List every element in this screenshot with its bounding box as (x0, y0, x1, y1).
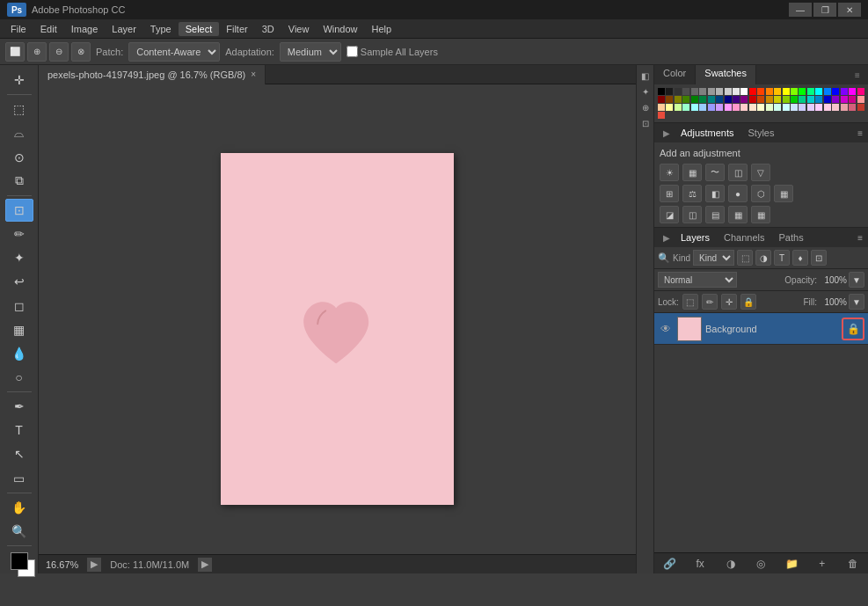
eraser-tool[interactable]: ◻ (5, 294, 33, 317)
swatch-cell[interactable] (799, 88, 806, 95)
swatch-cell[interactable] (849, 88, 856, 95)
patch-sub-btn[interactable]: ⊖ (49, 42, 69, 62)
swatch-cell[interactable] (733, 96, 740, 103)
swatch-cell[interactable] (675, 96, 682, 103)
swatch-cell[interactable] (774, 96, 781, 103)
menu-help[interactable]: Help (365, 22, 399, 36)
swatch-cell[interactable] (708, 104, 715, 111)
layer-filter-smart-btn[interactable]: ⊡ (811, 250, 827, 266)
swatch-cell[interactable] (832, 96, 839, 103)
adj-invert-icon[interactable]: ◪ (660, 206, 679, 223)
swatch-cell[interactable] (857, 104, 864, 111)
swatch-cell[interactable] (766, 88, 773, 95)
lock-all-btn[interactable]: 🔒 (740, 294, 756, 310)
new-layer-btn[interactable]: + (813, 556, 832, 572)
swatch-cell[interactable] (733, 88, 740, 95)
adj-panel-menu-btn[interactable]: ≡ (857, 128, 863, 138)
swatch-cell[interactable] (766, 104, 773, 111)
adjustments-tab[interactable]: Adjustments (674, 125, 741, 141)
layer-filter-shape-btn[interactable]: ♦ (792, 250, 808, 266)
layers-kind-select[interactable]: Kind (693, 250, 734, 266)
adj-vibrance-icon[interactable]: ▽ (751, 164, 770, 181)
sample-all-layers-checkbox[interactable] (346, 46, 358, 57)
pen-tool[interactable]: ✒ (5, 395, 33, 418)
maximize-button[interactable]: ❐ (813, 3, 836, 17)
canvas-tab-close[interactable]: × (251, 69, 256, 79)
menu-image[interactable]: Image (64, 22, 106, 36)
swatch-cell[interactable] (699, 104, 706, 111)
swatch-cell[interactable] (699, 96, 706, 103)
swatch-cell[interactable] (815, 96, 822, 103)
swatch-cell[interactable] (716, 88, 723, 95)
move-tool[interactable]: ✛ (5, 69, 33, 91)
swatch-cell[interactable] (807, 88, 814, 95)
gradient-tool[interactable]: ▦ (5, 318, 33, 341)
layer-filter-adj-btn[interactable]: ◑ (755, 250, 771, 266)
swatch-cell[interactable] (682, 104, 689, 111)
add-mask-btn[interactable]: ◑ (721, 556, 740, 572)
lock-transparent-btn[interactable]: ⬚ (682, 294, 698, 310)
crop-tool[interactable]: ⧉ (5, 170, 33, 193)
patch-add-btn[interactable]: ⊕ (27, 42, 47, 62)
delete-layer-btn[interactable]: 🗑 (843, 556, 863, 572)
swatch-cell[interactable] (749, 96, 756, 103)
blur-tool[interactable]: 💧 (5, 342, 33, 365)
status-arrow-btn[interactable]: ▶ (87, 558, 101, 572)
swatch-cell[interactable] (699, 88, 706, 95)
swatch-cell[interactable] (716, 96, 723, 103)
patch-tool-btn[interactable]: ⊡ (5, 199, 33, 222)
swatch-cell[interactable] (849, 96, 856, 103)
color-tab[interactable]: Color (654, 65, 696, 84)
brush-tool[interactable]: ✏ (5, 223, 33, 245)
swatch-cell[interactable] (666, 88, 673, 95)
adj-exposure-icon[interactable]: ◫ (728, 164, 748, 181)
swatch-cell[interactable] (807, 104, 814, 111)
adj-bw-icon[interactable]: ◧ (705, 185, 725, 202)
layer-filter-text-btn[interactable]: T (774, 250, 790, 266)
new-group-btn[interactable]: 📁 (782, 556, 801, 572)
close-button[interactable]: ✕ (838, 3, 861, 17)
swatch-cell[interactable] (658, 104, 665, 111)
swatch-cell[interactable] (824, 104, 831, 111)
zoom-tool[interactable]: 🔍 (5, 520, 33, 543)
swatch-cell[interactable] (791, 104, 798, 111)
swatch-cell[interactable] (832, 88, 839, 95)
swatch-cell[interactable] (749, 88, 756, 95)
patch-rect-btn[interactable]: ⬜ (5, 42, 25, 62)
adj-hsl-icon[interactable]: ⊞ (660, 185, 679, 202)
adaptation-select[interactable]: Medium Low High (280, 42, 341, 62)
menu-file[interactable]: File (4, 22, 33, 36)
menu-3d[interactable]: 3D (255, 22, 281, 36)
swatch-cell[interactable] (675, 88, 682, 95)
adj-channelmix-icon[interactable]: ⬡ (751, 185, 770, 202)
channels-tab[interactable]: Channels (717, 230, 771, 245)
clone-tool[interactable]: ✦ (5, 246, 33, 269)
layer-item-background[interactable]: 👁 Background 🔒 (654, 313, 868, 345)
swatch-cell[interactable] (815, 104, 822, 111)
swatch-cell[interactable] (733, 104, 740, 111)
swatch-cell[interactable] (815, 88, 822, 95)
swatch-cell[interactable] (725, 88, 732, 95)
adj-threshold-icon[interactable]: ▤ (705, 206, 725, 223)
swatch-cell[interactable] (783, 104, 790, 111)
layer-lock-icon[interactable]: 🔒 (842, 318, 864, 340)
menu-window[interactable]: Window (316, 22, 364, 36)
canvas-tab[interactable]: pexels-photo-4197491.jpeg @ 16.7% (RGB/8… (39, 65, 266, 84)
mini-tool-4[interactable]: ⊡ (638, 116, 653, 130)
swatch-cell[interactable] (658, 96, 665, 103)
opacity-down-btn[interactable]: ▼ (849, 272, 864, 288)
mini-tool-3[interactable]: ⊕ (638, 100, 653, 114)
swatch-cell[interactable] (857, 96, 864, 103)
swatch-cell[interactable] (766, 96, 773, 103)
swatch-cell[interactable] (740, 88, 748, 95)
swatch-cell[interactable] (774, 104, 781, 111)
swatch-cell[interactable] (757, 104, 764, 111)
menu-filter[interactable]: Filter (219, 22, 254, 36)
adj-brightness-icon[interactable]: ☀ (660, 164, 679, 181)
swatch-cell[interactable] (725, 96, 732, 103)
swatch-cell[interactable] (791, 88, 798, 95)
new-adj-layer-btn[interactable]: ◎ (751, 556, 770, 572)
layer-filter-pixel-btn[interactable]: ⬚ (737, 250, 753, 266)
menu-layer[interactable]: Layer (105, 22, 143, 36)
blend-mode-select[interactable]: Normal Multiply Screen Overlay (658, 272, 737, 288)
